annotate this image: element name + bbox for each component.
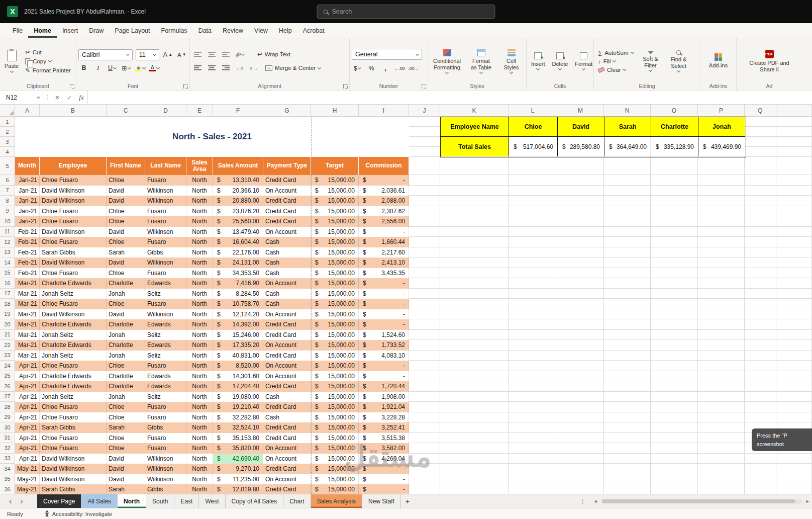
cell[interactable] bbox=[409, 422, 440, 433]
clear-button[interactable]: Clear bbox=[596, 66, 636, 73]
cell[interactable] bbox=[440, 157, 509, 175]
cell-payment-type[interactable]: Credit Card bbox=[263, 196, 311, 206]
number-format-select[interactable]: General bbox=[352, 49, 422, 60]
cell-sales-amount[interactable]: $14,301.60 bbox=[213, 371, 263, 382]
cell[interactable] bbox=[651, 247, 698, 258]
cell[interactable] bbox=[776, 474, 812, 485]
cell-sales-amount[interactable]: $42,690.40 bbox=[213, 454, 263, 464]
cell[interactable] bbox=[604, 175, 651, 186]
cell-month[interactable]: May-21 bbox=[15, 474, 40, 485]
cell[interactable] bbox=[745, 196, 776, 206]
sheet-tab-cover-page[interactable]: Cover Page bbox=[37, 494, 81, 508]
cell-commission[interactable]: $- bbox=[359, 299, 409, 309]
table-header-sales-area[interactable]: Sales Area bbox=[186, 157, 213, 175]
cell[interactable] bbox=[651, 361, 698, 371]
table-header-target[interactable]: Target bbox=[311, 157, 359, 175]
cell[interactable] bbox=[698, 402, 745, 412]
cell[interactable] bbox=[509, 257, 557, 268]
cell-target[interactable]: $15,000.00 bbox=[311, 474, 359, 485]
cell[interactable] bbox=[651, 330, 698, 340]
row-header-18[interactable]: 18 bbox=[0, 299, 15, 309]
orientation-button[interactable]: ab bbox=[234, 49, 245, 60]
cell[interactable] bbox=[604, 227, 651, 237]
cell[interactable] bbox=[557, 227, 604, 237]
cell[interactable] bbox=[557, 464, 604, 474]
cell[interactable] bbox=[509, 474, 557, 485]
new-sheet-button[interactable]: + bbox=[401, 494, 414, 508]
cell-sales-amount[interactable]: $34,353.50 bbox=[213, 268, 263, 279]
cell-first-name[interactable]: Chloe bbox=[107, 175, 145, 186]
row-header-29[interactable]: 29 bbox=[0, 412, 15, 423]
cell[interactable] bbox=[409, 206, 440, 217]
cell[interactable] bbox=[409, 484, 440, 494]
cell[interactable] bbox=[776, 412, 812, 423]
cell[interactable] bbox=[604, 319, 651, 330]
sheet-tab-new-staff[interactable]: New Staff bbox=[362, 494, 401, 508]
cell[interactable] bbox=[409, 443, 440, 454]
cell[interactable] bbox=[776, 464, 812, 474]
cell[interactable] bbox=[409, 268, 440, 279]
cell[interactable] bbox=[440, 464, 509, 474]
cell-payment-type[interactable]: Credit Card bbox=[263, 422, 311, 433]
cell-sales-area[interactable]: North bbox=[186, 216, 213, 227]
cell[interactable] bbox=[604, 206, 651, 217]
search-box[interactable]: Search bbox=[317, 5, 495, 19]
cell[interactable] bbox=[776, 484, 812, 494]
summary-total-value[interactable]: $289,580.80 bbox=[558, 137, 604, 156]
cell[interactable] bbox=[604, 464, 651, 474]
cell[interactable] bbox=[557, 175, 604, 186]
sheet-tab-east[interactable]: East bbox=[174, 494, 199, 508]
conditional-formatting-button[interactable]: Conditional Formatting bbox=[431, 48, 463, 74]
cell[interactable] bbox=[604, 299, 651, 309]
cell-target[interactable]: $15,000.00 bbox=[311, 484, 359, 494]
cell[interactable] bbox=[509, 319, 557, 330]
cell-month[interactable]: Apr-21 bbox=[15, 402, 40, 412]
cell[interactable] bbox=[698, 257, 745, 268]
cell[interactable] bbox=[698, 412, 745, 423]
cell[interactable] bbox=[745, 289, 776, 299]
cell[interactable] bbox=[604, 247, 651, 258]
cell[interactable] bbox=[604, 268, 651, 279]
borders-button[interactable]: ⊞ bbox=[121, 63, 132, 73]
cell[interactable] bbox=[440, 309, 509, 320]
cell[interactable] bbox=[409, 402, 440, 412]
cell[interactable] bbox=[604, 351, 651, 361]
cell[interactable] bbox=[509, 402, 557, 412]
cell-commission[interactable]: $- bbox=[359, 464, 409, 474]
cell[interactable] bbox=[557, 319, 604, 330]
cell[interactable] bbox=[509, 422, 557, 433]
cell-first-name[interactable]: David bbox=[107, 454, 145, 464]
cell[interactable] bbox=[440, 351, 509, 361]
cell-sales-amount[interactable]: $12,019.80 bbox=[213, 484, 263, 494]
cell-employee[interactable]: Chloe Fusaro bbox=[40, 175, 107, 186]
cell-employee[interactable]: Chloe Fusaro bbox=[40, 402, 107, 412]
cell[interactable] bbox=[409, 257, 440, 268]
table-header-sales-amount[interactable]: Sales Amount bbox=[213, 157, 263, 175]
cell[interactable] bbox=[651, 381, 698, 392]
cell[interactable] bbox=[776, 117, 812, 127]
cell[interactable] bbox=[604, 157, 651, 175]
scroll-right-icon[interactable]: ▸ bbox=[804, 498, 811, 504]
cell[interactable] bbox=[409, 147, 440, 157]
cell-employee[interactable]: Chloe Fusaro bbox=[40, 299, 107, 309]
cell[interactable] bbox=[509, 443, 557, 454]
cell[interactable] bbox=[776, 319, 812, 330]
column-header-M[interactable]: M bbox=[557, 105, 604, 116]
cell-first-name[interactable]: Jonah bbox=[107, 330, 145, 340]
cell-employee[interactable]: David Wilkinson bbox=[40, 227, 107, 237]
cell-sales-area[interactable]: North bbox=[186, 206, 213, 217]
cell[interactable] bbox=[745, 392, 776, 402]
cell-month[interactable]: Jan-21 bbox=[15, 175, 40, 186]
cell-first-name[interactable]: Chloe bbox=[107, 433, 145, 444]
table-header-commission[interactable]: Commission bbox=[359, 157, 409, 175]
cell[interactable] bbox=[745, 309, 776, 320]
cell[interactable] bbox=[604, 402, 651, 412]
cell-target[interactable]: $15,000.00 bbox=[311, 247, 359, 258]
cell[interactable] bbox=[409, 247, 440, 258]
cell[interactable] bbox=[745, 268, 776, 279]
cell-target[interactable]: $15,000.00 bbox=[311, 299, 359, 309]
cell[interactable] bbox=[557, 392, 604, 402]
decrease-font-button[interactable]: A▼ bbox=[176, 49, 187, 60]
cell[interactable] bbox=[440, 412, 509, 423]
copy-button[interactable]: Copy bbox=[23, 58, 73, 65]
